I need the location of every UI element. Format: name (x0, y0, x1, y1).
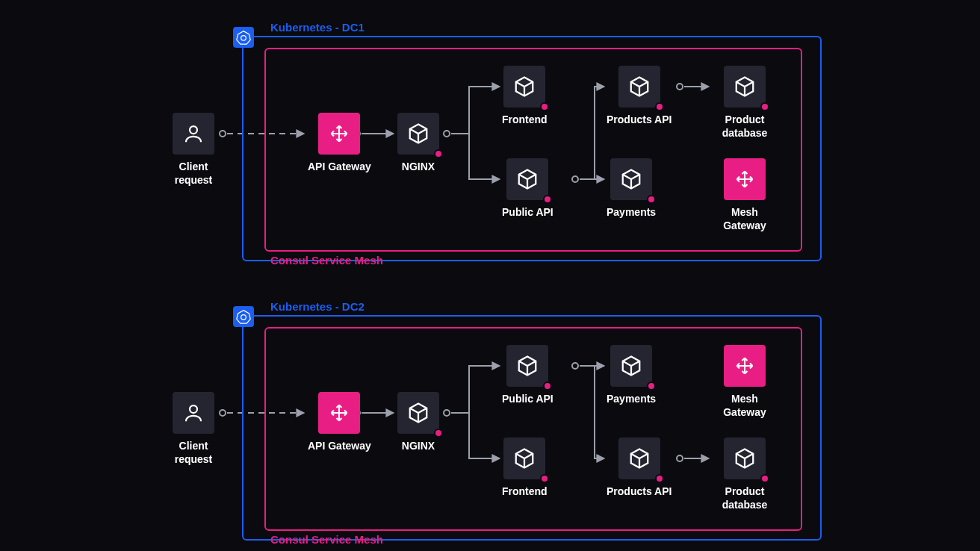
node-label: NGINX (402, 440, 435, 453)
node-products-api-dc1: Products API (607, 66, 672, 127)
node-api-gateway-dc1: API Gateway (308, 113, 371, 174)
cluster-title: Kubernetes - DC2 (270, 300, 365, 313)
status-dot (434, 149, 443, 158)
status-dot (655, 474, 664, 483)
mesh-title: Consul Service Mesh (270, 254, 383, 267)
node-label: API Gateway (308, 161, 371, 174)
node-label: NGINX (402, 161, 435, 174)
node-public-api-dc1: Public API (502, 158, 553, 220)
node-product-db-dc1: Product database (711, 66, 778, 140)
mesh-title: Consul Service Mesh (270, 533, 383, 546)
node-label: Payments (607, 393, 656, 406)
svg-point-17 (241, 36, 246, 41)
node-label: Public API (502, 206, 553, 220)
node-frontend-dc2: Frontend (502, 438, 548, 499)
node-label: Public API (502, 393, 553, 406)
status-dot (434, 429, 443, 438)
node-label: Mesh Gateway (711, 206, 778, 232)
node-label: Payments (607, 206, 656, 220)
node-mesh-gateway-dc2: Mesh Gateway (711, 345, 778, 419)
node-product-db-dc2: Product database (711, 438, 778, 511)
node-frontend-dc1: Frontend (502, 66, 548, 127)
node-payments-dc2: Payments (607, 345, 656, 406)
node-label: Product database (711, 113, 778, 140)
status-dot (543, 195, 552, 204)
node-label: Product database (711, 485, 778, 511)
node-label: Products API (607, 113, 672, 127)
client-request-2: Client request (160, 392, 227, 466)
client-label: Client request (160, 161, 227, 187)
kubernetes-icon (233, 306, 254, 327)
svg-marker-16 (237, 31, 250, 44)
status-dot (760, 474, 769, 483)
node-products-api-dc2: Products API (607, 438, 672, 499)
svg-marker-19 (237, 311, 250, 324)
node-nginx-dc1: NGINX (397, 113, 439, 174)
svg-point-20 (241, 315, 246, 320)
node-mesh-gateway-dc1: Mesh Gateway (711, 158, 778, 232)
status-dot (647, 195, 656, 204)
node-api-gateway-dc2: API Gateway (308, 392, 371, 453)
cluster-title: Kubernetes - DC1 (270, 21, 365, 34)
node-label: Mesh Gateway (711, 393, 778, 419)
status-dot (760, 102, 769, 111)
status-dot (647, 382, 656, 390)
status-dot (543, 382, 552, 390)
node-payments-dc1: Payments (607, 158, 656, 220)
kubernetes-icon (233, 27, 254, 48)
client-label: Client request (160, 440, 227, 466)
status-dot (655, 102, 664, 111)
node-public-api-dc2: Public API (502, 345, 553, 406)
node-label: API Gateway (308, 440, 371, 453)
node-nginx-dc2: NGINX (397, 392, 439, 453)
client-request-1: Client request (160, 113, 227, 187)
svg-point-18 (190, 126, 197, 134)
node-label: Frontend (502, 485, 548, 499)
node-label: Products API (607, 485, 672, 499)
node-label: Frontend (502, 113, 548, 127)
svg-point-21 (190, 405, 197, 413)
